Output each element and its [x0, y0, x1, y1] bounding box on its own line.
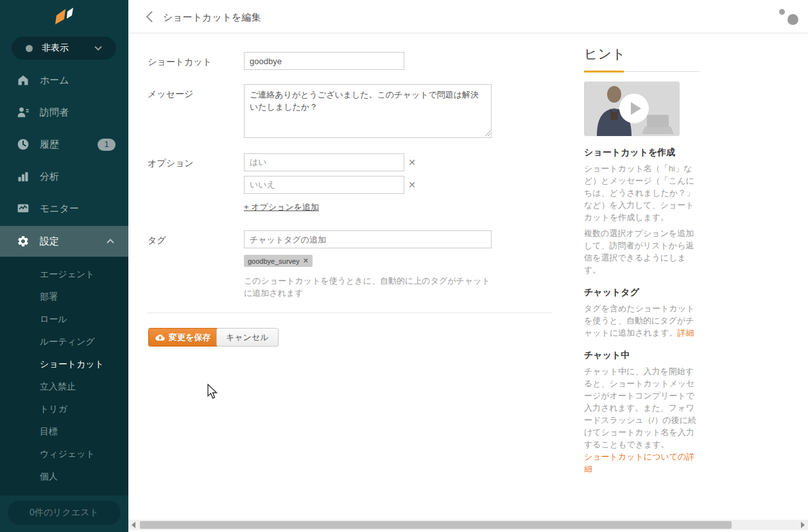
status-dot-icon — [26, 45, 33, 52]
tags-input[interactable] — [244, 230, 492, 248]
tag-chip: goodbye_survey ✕ — [244, 255, 313, 267]
requests-button[interactable]: 0件のリクエスト — [8, 501, 121, 525]
status-dropdown[interactable]: 非表示 — [12, 37, 116, 60]
account-menu-button[interactable] — [777, 6, 800, 27]
zopim-logo-icon — [51, 5, 82, 28]
hints-panel: ヒント ショートカットを作成 ショートカット名（「hi」など）とメッセージ（「こ… — [584, 45, 702, 475]
horizontal-scrollbar[interactable] — [128, 520, 808, 530]
shortcut-input[interactable] — [244, 52, 404, 70]
hint-paragraph: チャット中に、入力を開始すると、ショートカットメッセージがオートコンプリートで入… — [584, 365, 702, 475]
dot-large-icon — [787, 14, 798, 25]
submenu-item-routing[interactable]: ルーティング — [40, 336, 95, 348]
submenu-item-agents[interactable]: エージェント — [40, 269, 95, 280]
status-label: 非表示 — [42, 42, 69, 54]
submenu-item-triggers[interactable]: トリガ — [40, 404, 67, 415]
home-icon — [17, 74, 30, 87]
hint-paragraph: タグを含めたショートカットを使うと、自動的にタグがチャットに追加されます。詳細 — [584, 302, 702, 339]
remove-option-1-icon[interactable]: ✕ — [408, 157, 417, 167]
cloud-upload-icon — [155, 334, 165, 341]
save-button[interactable]: 変更を保存 — [148, 328, 219, 347]
history-icon — [17, 138, 30, 151]
sidebar-item-label: 分析 — [40, 171, 59, 183]
scroll-right-icon[interactable] — [801, 522, 805, 528]
sidebar-item-label: モニター — [40, 203, 79, 215]
chevron-up-icon — [107, 239, 114, 244]
scroll-left-icon[interactable] — [132, 522, 135, 528]
options-label: オプション — [148, 158, 194, 169]
submenu-item-goals[interactable]: 目標 — [40, 426, 58, 438]
hint-body: チャット中に、入力を開始すると、ショートカットメッセージがオートコンプリートで入… — [584, 366, 696, 449]
hint-paragraph: 複数の選択オプションを追加して、訪問者がリストから返信を選択できるようにします。 — [584, 227, 702, 276]
sidebar-item-home[interactable]: ホーム — [0, 64, 128, 96]
sidebar-item-history[interactable]: 履歴 1 — [0, 128, 128, 160]
sidebar-item-settings[interactable]: 設定 — [0, 226, 128, 257]
back-button[interactable] — [144, 10, 156, 23]
message-textarea[interactable]: ご連絡ありがとうございました。このチャットで問題は解決いたしましたか？ — [244, 84, 492, 138]
submenu-item-widget[interactable]: ウィジェット — [40, 449, 95, 460]
app-window: 非表示 ホーム 訪問者 履歴 1 — [0, 0, 808, 532]
sidebar-item-label: 設定 — [40, 236, 59, 248]
settings-icon — [17, 235, 30, 248]
option-input-1[interactable] — [244, 153, 404, 171]
requests-button-label: 0件のリクエスト — [30, 507, 99, 519]
cancel-button[interactable]: キャンセル — [216, 328, 279, 347]
add-option-link[interactable]: + オプションを追加 — [244, 202, 319, 213]
sidebar: 非表示 ホーム 訪問者 履歴 1 — [0, 0, 128, 532]
save-button-label: 変更を保存 — [169, 332, 211, 343]
tags-help-text: このショートカットを使うときに、自動的に上のタグがチャットに追加されます — [244, 275, 495, 299]
submenu-item-roles[interactable]: ロール — [40, 314, 67, 325]
hint-heading-in-chat: チャット中 — [584, 350, 702, 361]
history-badge: 1 — [98, 139, 116, 151]
submenu-item-personal[interactable]: 個人 — [40, 471, 58, 483]
monitor-icon — [17, 202, 30, 215]
sidebar-item-analytics[interactable]: 分析 — [0, 160, 128, 193]
submenu-item-shortcuts[interactable]: ショートカット — [40, 359, 104, 370]
option-input-2[interactable] — [244, 176, 404, 194]
play-icon[interactable] — [619, 93, 649, 124]
sidebar-item-label: 訪問者 — [40, 107, 69, 119]
cancel-button-label: キャンセル — [226, 332, 269, 343]
submenu-item-departments[interactable]: 部署 — [40, 291, 58, 303]
hint-heading-chat-tags: チャットタグ — [584, 287, 702, 298]
hint-paragraph: ショートカット名（「hi」など）とメッセージ（「こんにちは、どうされましたか？」… — [584, 162, 702, 223]
sidebar-item-visitors[interactable]: 訪問者 — [0, 96, 128, 128]
mouse-cursor-icon — [206, 384, 219, 400]
shortcut-label: ショートカット — [148, 56, 212, 68]
form-divider — [147, 313, 553, 313]
tags-label: タグ — [148, 235, 166, 246]
tag-chip-label: goodbye_survey — [248, 257, 300, 265]
visitors-icon — [17, 106, 30, 119]
hints-title: ヒント — [584, 45, 702, 63]
remove-tag-icon[interactable]: ✕ — [303, 257, 309, 265]
sidebar-item-label: ホーム — [40, 74, 69, 87]
sidebar-item-label: 履歴 — [40, 139, 59, 151]
details-link[interactable]: 詳細 — [677, 328, 694, 338]
settings-submenu: エージェント 部署 ロール ルーティング ショートカット 立入禁止 トリガ 目標… — [0, 257, 128, 495]
page-title: ショートカットを編集 — [163, 12, 261, 24]
hint-heading-create: ショートカットを作成 — [584, 147, 702, 159]
dot-small-icon — [779, 9, 785, 15]
hints-rule — [584, 71, 700, 73]
remove-option-2-icon[interactable]: ✕ — [408, 180, 417, 190]
scrollbar-thumb[interactable] — [140, 521, 732, 529]
analytics-icon — [17, 170, 30, 183]
message-label: メッセージ — [148, 89, 193, 100]
chevron-down-icon — [94, 46, 102, 51]
sidebar-item-monitor[interactable]: モニター — [0, 193, 128, 225]
submenu-item-banned[interactable]: 立入禁止 — [40, 381, 76, 393]
shortcuts-details-link[interactable]: ショートカットについての詳細 — [584, 450, 702, 475]
tutorial-video-thumbnail[interactable] — [584, 82, 680, 136]
